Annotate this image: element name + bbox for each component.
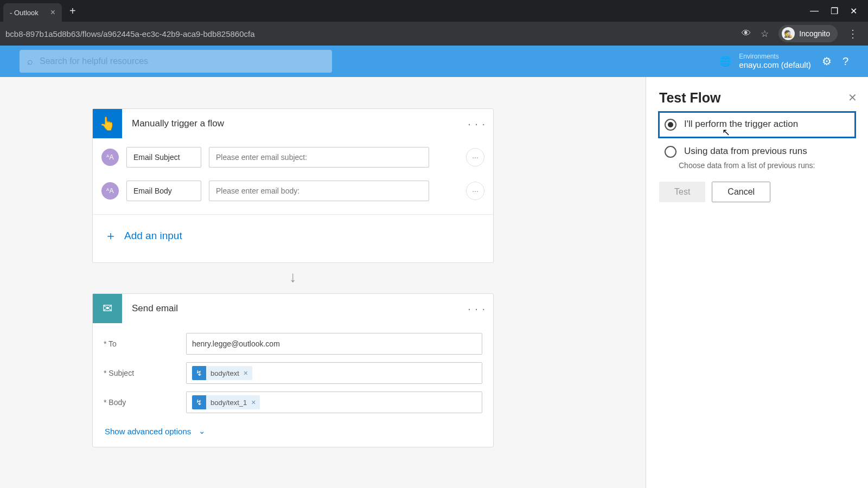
radio-label: Using data from previous runs (684, 146, 807, 157)
dynamic-token[interactable]: ↯ body/text_1 × (192, 395, 260, 409)
trigger-icon: 👆 (93, 109, 122, 138)
help-icon[interactable]: ? (843, 55, 848, 68)
subject-label: * Subject (104, 369, 186, 377)
mail-icon: ✉ (93, 294, 122, 323)
add-input-button[interactable]: ＋ Add an input (101, 217, 484, 256)
globe-icon: 🌐 (719, 55, 731, 67)
dynamic-token[interactable]: ↯ body/text × (192, 366, 252, 380)
body-input[interactable]: ↯ body/text_1 × (186, 391, 482, 413)
env-name: enayu.com (default) (739, 60, 811, 70)
panel-title: Test Flow (659, 90, 855, 106)
send-email-card: ✉ Send email · · · * To henry.legge@outl… (92, 293, 494, 447)
incognito-icon: 🕵 (782, 27, 795, 40)
url-text[interactable]: bcb8-897b1a5d8b63/flows/a962445a-ec3c-42… (5, 29, 255, 38)
radio-icon (665, 119, 676, 131)
token-icon: ↯ (192, 366, 206, 380)
text-input-icon: ᴬA (101, 182, 119, 200)
token-remove-icon[interactable]: × (244, 369, 252, 377)
test-button[interactable]: Test (659, 182, 705, 202)
input-row-menu-icon[interactable]: ··· (466, 182, 484, 200)
bookmark-icon[interactable]: ☆ (761, 28, 769, 40)
token-remove-icon[interactable]: × (251, 398, 260, 407)
search-icon: ⌕ (27, 56, 33, 67)
trigger-input-row: ᴬA ··· (101, 181, 484, 201)
trigger-card-header[interactable]: 👆 Manually trigger a flow · · · (93, 109, 493, 138)
incognito-label: Incognito (799, 29, 830, 38)
token-text: body/text_1 (206, 399, 251, 407)
browser-tab[interactable]: - Outlook × (3, 3, 62, 22)
send-title: Send email (132, 303, 178, 314)
test-flow-panel: Test Flow ✕ I'll perform the trigger act… (646, 77, 868, 488)
trigger-menu-icon[interactable]: · · · (468, 118, 486, 130)
add-input-label: Add an input (124, 230, 182, 242)
trigger-title: Manually trigger a flow (132, 118, 224, 129)
app-top-bar: ⌕ 🌐 Environments enayu.com (default) ⚙ ?… (0, 46, 868, 77)
browser-menu-icon[interactable]: ⋮ (847, 27, 857, 40)
input-placeholder-field[interactable] (209, 181, 429, 201)
token-text: body/text (206, 369, 244, 377)
browser-tab-strip: - Outlook × + — ❐ ✕ (0, 0, 868, 22)
trigger-card: 👆 Manually trigger a flow · · · ᴬA ··· ᴬ… (92, 108, 494, 263)
cancel-button[interactable]: Cancel (712, 182, 770, 202)
body-label: * Body (104, 398, 186, 407)
input-row-menu-icon[interactable]: ··· (466, 148, 484, 166)
token-icon: ↯ (192, 395, 206, 409)
input-label-field[interactable] (126, 181, 201, 201)
divider (93, 214, 493, 215)
to-label: * To (104, 339, 186, 348)
incognito-badge[interactable]: 🕵 Incognito (778, 25, 838, 42)
subject-input[interactable]: ↯ body/text × (186, 362, 482, 384)
send-menu-icon[interactable]: · · · (468, 303, 486, 315)
send-card-header[interactable]: ✉ Send email · · · (93, 294, 493, 323)
advanced-options-link[interactable]: Show advanced options ⌄ (104, 421, 482, 439)
text-input-icon: ᴬA (101, 149, 119, 166)
close-window-icon[interactable]: ✕ (850, 6, 857, 16)
panel-close-icon[interactable]: ✕ (848, 91, 857, 104)
input-placeholder-field[interactable] (209, 147, 429, 168)
close-tab-icon[interactable]: × (50, 8, 55, 17)
to-value: henry.legge@outlook.com (192, 339, 280, 348)
minimize-window-icon[interactable]: — (810, 6, 819, 16)
input-label-field[interactable] (126, 147, 201, 168)
arrow-down-icon: ↓ (92, 268, 494, 286)
radio-subtext: Choose data from a list of previous runs… (679, 161, 855, 170)
to-field-row: * To henry.legge@outlook.com (104, 333, 482, 355)
body-field-row: * Body ↯ body/text_1 × (104, 391, 482, 413)
radio-option-manual[interactable]: I'll perform the trigger action (659, 112, 855, 137)
gear-icon[interactable]: ⚙ (822, 55, 832, 68)
plus-icon: ＋ (105, 228, 117, 244)
environment-picker[interactable]: 🌐 Environments enayu.com (default) (719, 53, 811, 70)
advanced-label: Show advanced options (105, 427, 191, 436)
new-tab-button[interactable]: + (69, 5, 76, 17)
address-bar: bcb8-897b1a5d8b63/flows/a962445a-ec3c-42… (0, 22, 868, 46)
restore-window-icon[interactable]: ❐ (831, 6, 838, 16)
env-label: Environments (739, 53, 811, 60)
radio-label: I'll perform the trigger action (684, 119, 798, 130)
radio-icon (665, 146, 676, 158)
tab-title: - Outlook (10, 9, 39, 17)
to-input[interactable]: henry.legge@outlook.com (186, 333, 482, 355)
search-input[interactable] (40, 56, 324, 66)
subject-field-row: * Subject ↯ body/text × (104, 362, 482, 384)
chevron-down-icon: ⌄ (199, 426, 206, 436)
eye-off-icon[interactable]: 👁 (742, 28, 751, 39)
trigger-input-row: ᴬA ··· (101, 147, 484, 168)
search-box[interactable]: ⌕ (20, 50, 332, 73)
